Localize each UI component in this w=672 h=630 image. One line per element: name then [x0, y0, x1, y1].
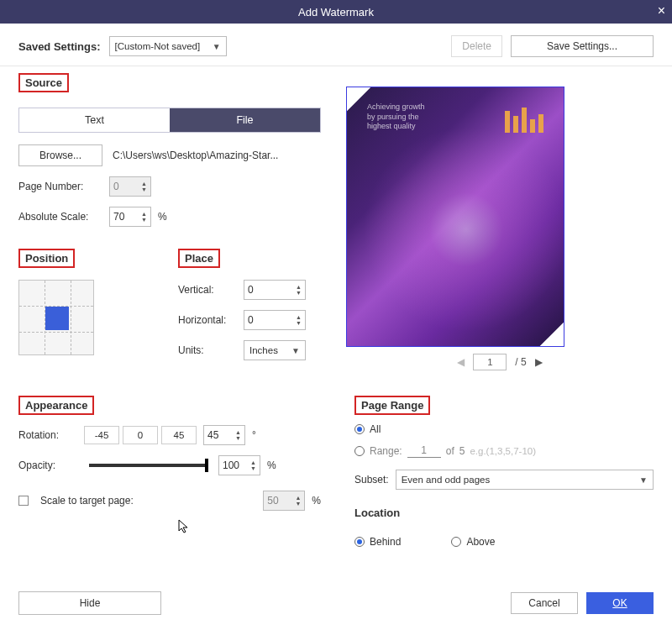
tab-file[interactable]: File [170, 108, 320, 132]
location-title: Location [354, 507, 654, 519]
saved-settings-value: [Custom-Not saved] [115, 41, 201, 51]
units-dropdown[interactable]: Inches ▼ [244, 340, 306, 360]
degree-label: ° [252, 429, 256, 441]
scale-to-target-label: Scale to target page: [40, 495, 134, 507]
rotation-45-button[interactable]: 45 [161, 426, 197, 444]
vertical-label: Vertical: [178, 284, 237, 296]
page-range-all-radio[interactable] [354, 424, 365, 434]
close-icon[interactable]: × [658, 3, 665, 18]
delete-button[interactable]: Delete [451, 35, 502, 57]
page-number-field[interactable]: 0 ▲▼ [109, 176, 151, 197]
saved-settings-label: Saved Settings: [18, 40, 101, 53]
location-behind-radio[interactable] [354, 537, 365, 547]
page-range-title: Page Range [354, 396, 430, 415]
opacity-field[interactable]: 100 ▲▼ [218, 455, 260, 475]
next-page-icon[interactable]: ▶ [535, 356, 543, 368]
rotation-0-button[interactable]: 0 [123, 426, 158, 444]
cancel-button[interactable]: Cancel [511, 592, 578, 614]
spinner-icon: ▲▼ [295, 495, 301, 507]
opacity-label: Opacity: [18, 459, 77, 471]
range-of-label: of [446, 445, 454, 457]
preview-area: Achieving growth by pursuing the highest… [346, 87, 564, 347]
vertical-field[interactable]: 0 ▲▼ [244, 280, 306, 300]
range-from-input[interactable] [407, 444, 441, 458]
absolute-scale-label: Absolute Scale: [18, 211, 102, 223]
range-total: 5 [459, 445, 465, 457]
range-hint: e.g.(1,3,5,7-10) [470, 446, 536, 456]
chevron-down-icon: ▼ [639, 475, 648, 485]
position-title: Position [18, 249, 75, 268]
spinner-icon[interactable]: ▲▼ [296, 284, 302, 296]
range-label: Range: [370, 445, 402, 457]
subset-dropdown[interactable]: Even and odd pages ▼ [396, 470, 654, 490]
preview-heading: Achieving growth by pursuing the highest… [367, 102, 425, 132]
location-above-radio[interactable] [451, 537, 461, 547]
page-range-all-label: All [370, 423, 381, 435]
spinner-icon[interactable]: ▲▼ [141, 211, 147, 223]
horizontal-field[interactable]: 0 ▲▼ [244, 310, 306, 330]
chevron-down-icon: ▼ [213, 42, 221, 51]
horizontal-label: Horizontal: [178, 314, 237, 326]
source-title: Source [18, 73, 69, 92]
spinner-icon[interactable]: ▲▼ [296, 314, 302, 326]
saved-settings-dropdown[interactable]: [Custom-Not saved] ▼ [109, 36, 227, 56]
rotation-label: Rotation: [18, 429, 77, 441]
preview-page-field[interactable]: 1 [473, 354, 507, 370]
opacity-slider[interactable] [89, 464, 207, 467]
source-tabs: Text File [18, 108, 321, 133]
preview-total: / 5 [515, 356, 526, 368]
cursor-icon [178, 519, 321, 537]
browse-button[interactable]: Browse... [18, 144, 102, 166]
appearance-title: Appearance [18, 396, 94, 415]
subset-label: Subset: [354, 474, 389, 486]
percent-label: % [267, 459, 276, 471]
saved-settings-row: Saved Settings: [Custom-Not saved] ▼ Del… [0, 24, 672, 66]
page-number-label: Page Number: [18, 181, 102, 192]
ok-button[interactable]: OK [586, 592, 654, 614]
location-above-label: Above [466, 536, 495, 548]
hide-button[interactable]: Hide [18, 591, 161, 615]
place-title: Place [178, 249, 220, 268]
chevron-down-icon: ▼ [291, 346, 300, 355]
spinner-icon[interactable]: ▲▼ [141, 181, 147, 192]
position-grid[interactable] [18, 280, 94, 355]
scale-to-target-checkbox[interactable] [18, 496, 29, 506]
preview-bars [505, 106, 543, 133]
save-settings-button[interactable]: Save Settings... [511, 35, 654, 57]
tab-text[interactable]: Text [19, 108, 170, 132]
rotation-neg45-button[interactable]: -45 [84, 426, 119, 444]
location-behind-label: Behind [370, 536, 401, 548]
page-range-range-radio[interactable] [354, 446, 365, 456]
spinner-icon[interactable]: ▲▼ [235, 429, 241, 441]
spinner-icon[interactable]: ▲▼ [250, 459, 256, 471]
percent-label: % [158, 211, 167, 223]
units-label: Units: [178, 344, 237, 356]
slider-thumb[interactable] [205, 459, 208, 472]
absolute-scale-field[interactable]: 70 ▲▼ [109, 207, 151, 227]
scale-to-target-field: 50 ▲▼ [263, 491, 305, 511]
percent-label: % [312, 495, 321, 507]
position-center-cell[interactable] [45, 307, 69, 330]
window-title: Add Watermark [298, 6, 374, 18]
prev-page-icon[interactable]: ◀ [457, 356, 465, 368]
title-bar: Add Watermark × [0, 0, 672, 24]
rotation-field[interactable]: 45 ▲▼ [203, 425, 245, 445]
file-path-text: C:\Users\ws\Desktop\Amazing-Star... [113, 150, 278, 161]
